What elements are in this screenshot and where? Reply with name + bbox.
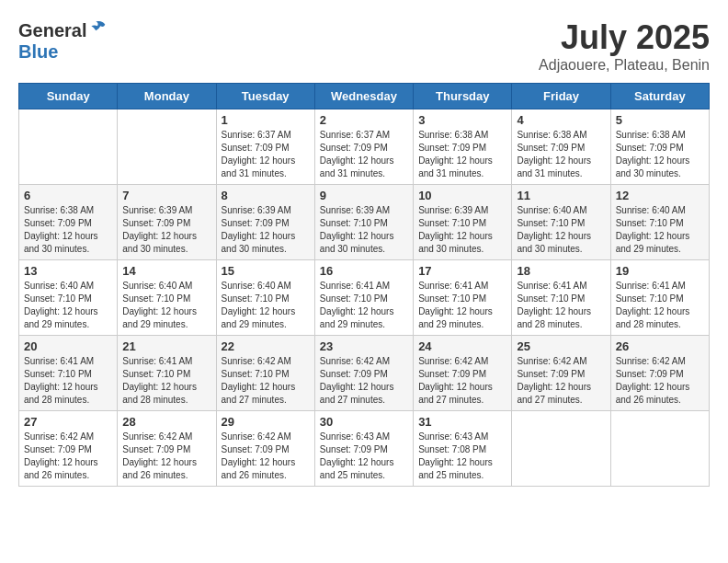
- calendar-week-row: 6Sunrise: 6:38 AMSunset: 7:09 PMDaylight…: [19, 185, 710, 260]
- day-number: 26: [616, 339, 704, 353]
- calendar-cell: 19Sunrise: 6:41 AMSunset: 7:10 PMDayligh…: [610, 260, 709, 336]
- day-info: Sunrise: 6:40 AMSunset: 7:10 PMDaylight:…: [24, 280, 112, 331]
- day-number: 24: [418, 339, 506, 353]
- day-number: 8: [222, 189, 310, 202]
- calendar-cell: 7Sunrise: 6:39 AMSunset: 7:09 PMDaylight…: [118, 185, 216, 260]
- calendar-cell: 18Sunrise: 6:41 AMSunset: 7:10 PMDayligh…: [512, 260, 610, 336]
- day-number: 22: [222, 339, 310, 353]
- calendar-cell: 6Sunrise: 6:38 AMSunset: 7:09 PMDaylight…: [19, 185, 118, 260]
- day-info: Sunrise: 6:39 AMSunset: 7:10 PMDaylight:…: [418, 204, 506, 256]
- day-number: 12: [616, 189, 704, 202]
- calendar-cell: 10Sunrise: 6:39 AMSunset: 7:10 PMDayligh…: [414, 185, 512, 260]
- calendar-cell: 2Sunrise: 6:37 AMSunset: 7:09 PMDaylight…: [314, 109, 413, 185]
- calendar-week-row: 13Sunrise: 6:40 AMSunset: 7:10 PMDayligh…: [19, 260, 710, 336]
- day-number: 18: [517, 264, 605, 278]
- logo-bird-icon: [88, 18, 107, 37]
- weekday-header: Saturday: [610, 84, 709, 109]
- day-info: Sunrise: 6:39 AMSunset: 7:09 PMDaylight:…: [122, 204, 210, 256]
- day-info: Sunrise: 6:40 AMSunset: 7:10 PMDaylight:…: [122, 280, 210, 331]
- calendar-cell: 22Sunrise: 6:42 AMSunset: 7:10 PMDayligh…: [216, 336, 314, 411]
- page-header: General Blue July 2025 Adjaouere, Platea…: [18, 18, 710, 74]
- calendar-cell: 24Sunrise: 6:42 AMSunset: 7:09 PMDayligh…: [414, 336, 512, 411]
- day-number: 29: [222, 415, 310, 429]
- calendar-cell: 1Sunrise: 6:37 AMSunset: 7:09 PMDaylight…: [216, 109, 314, 185]
- calendar-cell: 25Sunrise: 6:42 AMSunset: 7:09 PMDayligh…: [512, 336, 610, 411]
- calendar-cell: 12Sunrise: 6:40 AMSunset: 7:10 PMDayligh…: [610, 185, 709, 260]
- calendar-cell: 11Sunrise: 6:40 AMSunset: 7:10 PMDayligh…: [512, 185, 610, 260]
- day-info: Sunrise: 6:40 AMSunset: 7:10 PMDaylight:…: [517, 204, 605, 256]
- weekday-header: Sunday: [19, 84, 118, 109]
- day-info: Sunrise: 6:43 AMSunset: 7:08 PMDaylight:…: [418, 431, 506, 482]
- month-title: July 2025: [539, 18, 710, 57]
- day-info: Sunrise: 6:38 AMSunset: 7:09 PMDaylight:…: [517, 129, 605, 180]
- calendar-cell: 20Sunrise: 6:41 AMSunset: 7:10 PMDayligh…: [19, 336, 118, 411]
- day-info: Sunrise: 6:42 AMSunset: 7:09 PMDaylight:…: [24, 431, 112, 482]
- calendar-week-row: 20Sunrise: 6:41 AMSunset: 7:10 PMDayligh…: [19, 336, 710, 411]
- calendar-cell: 8Sunrise: 6:39 AMSunset: 7:09 PMDaylight…: [216, 185, 314, 260]
- day-info: Sunrise: 6:42 AMSunset: 7:09 PMDaylight:…: [616, 355, 704, 407]
- day-number: 31: [418, 415, 506, 429]
- weekday-header: Friday: [512, 84, 610, 109]
- calendar-cell: [19, 109, 118, 185]
- day-info: Sunrise: 6:38 AMSunset: 7:09 PMDaylight:…: [24, 204, 112, 256]
- calendar-cell: 9Sunrise: 6:39 AMSunset: 7:10 PMDaylight…: [314, 185, 413, 260]
- calendar-cell: [118, 109, 216, 185]
- day-info: Sunrise: 6:42 AMSunset: 7:09 PMDaylight:…: [517, 355, 605, 407]
- day-number: 19: [616, 264, 704, 278]
- day-info: Sunrise: 6:40 AMSunset: 7:10 PMDaylight:…: [222, 280, 310, 331]
- calendar-cell: 17Sunrise: 6:41 AMSunset: 7:10 PMDayligh…: [414, 260, 512, 336]
- day-number: 28: [122, 415, 210, 429]
- weekday-header-row: SundayMondayTuesdayWednesdayThursdayFrid…: [19, 84, 710, 109]
- calendar-cell: 31Sunrise: 6:43 AMSunset: 7:08 PMDayligh…: [414, 411, 512, 487]
- title-block: July 2025 Adjaouere, Plateau, Benin: [539, 18, 710, 74]
- calendar-table: SundayMondayTuesdayWednesdayThursdayFrid…: [18, 83, 710, 487]
- day-info: Sunrise: 6:37 AMSunset: 7:09 PMDaylight:…: [320, 129, 408, 180]
- day-info: Sunrise: 6:37 AMSunset: 7:09 PMDaylight:…: [222, 129, 310, 180]
- day-number: 15: [222, 264, 310, 278]
- calendar-cell: [512, 411, 610, 487]
- calendar-cell: 28Sunrise: 6:42 AMSunset: 7:09 PMDayligh…: [118, 411, 216, 487]
- day-info: Sunrise: 6:41 AMSunset: 7:10 PMDaylight:…: [24, 355, 112, 407]
- calendar-cell: 27Sunrise: 6:42 AMSunset: 7:09 PMDayligh…: [19, 411, 118, 487]
- day-number: 20: [24, 339, 112, 353]
- calendar-cell: 29Sunrise: 6:42 AMSunset: 7:09 PMDayligh…: [216, 411, 314, 487]
- calendar-cell: 14Sunrise: 6:40 AMSunset: 7:10 PMDayligh…: [118, 260, 216, 336]
- weekday-header: Thursday: [414, 84, 512, 109]
- day-info: Sunrise: 6:43 AMSunset: 7:09 PMDaylight:…: [320, 431, 408, 482]
- weekday-header: Tuesday: [216, 84, 314, 109]
- day-number: 16: [320, 264, 408, 278]
- weekday-header: Wednesday: [314, 84, 413, 109]
- day-number: 11: [517, 189, 605, 202]
- day-number: 25: [517, 339, 605, 353]
- day-number: 17: [418, 264, 506, 278]
- day-number: 2: [320, 113, 408, 127]
- day-number: 23: [320, 339, 408, 353]
- day-number: 3: [418, 113, 506, 127]
- calendar-cell: 3Sunrise: 6:38 AMSunset: 7:09 PMDaylight…: [414, 109, 512, 185]
- calendar-cell: 23Sunrise: 6:42 AMSunset: 7:09 PMDayligh…: [314, 336, 413, 411]
- day-info: Sunrise: 6:41 AMSunset: 7:10 PMDaylight:…: [517, 280, 605, 331]
- day-number: 1: [222, 113, 310, 127]
- day-number: 10: [418, 189, 506, 202]
- logo: General Blue: [18, 18, 107, 63]
- day-number: 6: [24, 189, 112, 202]
- day-number: 9: [320, 189, 408, 202]
- calendar-cell: 21Sunrise: 6:41 AMSunset: 7:10 PMDayligh…: [118, 336, 216, 411]
- day-info: Sunrise: 6:42 AMSunset: 7:09 PMDaylight:…: [122, 431, 210, 482]
- day-info: Sunrise: 6:41 AMSunset: 7:10 PMDaylight:…: [122, 355, 210, 407]
- calendar-cell: 15Sunrise: 6:40 AMSunset: 7:10 PMDayligh…: [216, 260, 314, 336]
- calendar-cell: 13Sunrise: 6:40 AMSunset: 7:10 PMDayligh…: [19, 260, 118, 336]
- calendar-week-row: 27Sunrise: 6:42 AMSunset: 7:09 PMDayligh…: [19, 411, 710, 487]
- calendar-cell: 16Sunrise: 6:41 AMSunset: 7:10 PMDayligh…: [314, 260, 413, 336]
- day-info: Sunrise: 6:41 AMSunset: 7:10 PMDaylight:…: [320, 280, 408, 331]
- day-number: 27: [24, 415, 112, 429]
- day-number: 7: [122, 189, 210, 202]
- day-number: 21: [122, 339, 210, 353]
- calendar-cell: 4Sunrise: 6:38 AMSunset: 7:09 PMDaylight…: [512, 109, 610, 185]
- calendar-week-row: 1Sunrise: 6:37 AMSunset: 7:09 PMDaylight…: [19, 109, 710, 185]
- calendar-cell: 5Sunrise: 6:38 AMSunset: 7:09 PMDaylight…: [610, 109, 709, 185]
- calendar-cell: 26Sunrise: 6:42 AMSunset: 7:09 PMDayligh…: [610, 336, 709, 411]
- calendar-cell: [610, 411, 709, 487]
- day-info: Sunrise: 6:42 AMSunset: 7:10 PMDaylight:…: [222, 355, 310, 407]
- day-info: Sunrise: 6:38 AMSunset: 7:09 PMDaylight:…: [418, 129, 506, 180]
